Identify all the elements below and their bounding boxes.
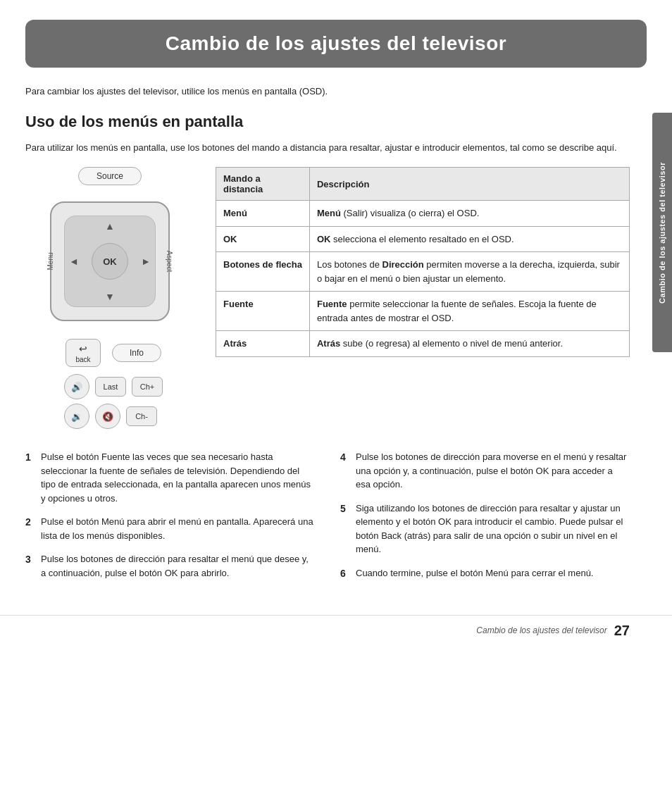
footer: Cambio de los ajustes del televisor 27 [0, 615, 672, 646]
step-item: 5Siga utilizando los botones de direcció… [340, 502, 630, 556]
table-cell-desc: OK selecciona el elemento resaltado en e… [309, 226, 629, 252]
table-cell-desc: Atrás sube (o regresa) al elemento o niv… [309, 331, 629, 357]
step-text: Cuando termine, pulse el botón Menú para… [356, 566, 593, 581]
last-btn[interactable]: Last [95, 377, 126, 397]
aspect-label: Aspect [166, 251, 173, 273]
section-desc: Para utilizar los menús en pantalla, use… [25, 141, 630, 155]
mute-btn[interactable]: 🔇 [95, 404, 120, 429]
sidebar-tab-label: Cambio de los ajustes del televisor [658, 162, 666, 304]
steps-section: 1Pulse el botón Fuente las veces que sea… [25, 450, 630, 591]
step-text: Pulse el botón Menú para abrir el menú e… [41, 515, 315, 542]
table-cell-key: Menú [216, 201, 310, 227]
vol-down-btn[interactable]: 🔉 [64, 404, 89, 429]
steps-col-left: 1Pulse el botón Fuente las veces que sea… [25, 450, 315, 591]
two-col-layout: Source Menu Aspect ▲ ▼ ◄ ► OK ↩ [25, 167, 630, 433]
back-arrow-icon: ↩ [79, 343, 87, 354]
step-number: 3 [25, 552, 35, 580]
arrow-left[interactable]: ◄ [69, 256, 79, 267]
vol-down-icon: 🔉 [71, 411, 82, 422]
header-bar: Cambio de los ajustes del televisor [25, 20, 647, 68]
col2-header: Descripción [309, 168, 629, 201]
table-cell-desc: Menú (Salir) visualiza (o cierra) el OSD… [309, 201, 629, 227]
btn-row-2: 🔉 🔇 Ch- [64, 404, 163, 429]
table-cell-desc: Fuente permite seleccionar la fuente de … [309, 292, 629, 331]
table-cell-key: OK [216, 226, 310, 252]
step-item: 6Cuando termine, pulse el botón Menú par… [340, 566, 630, 581]
step-number: 5 [340, 502, 350, 556]
step-item: 4Pulse los botones de dirección para mov… [340, 450, 630, 492]
table-cell-key: Botones de flecha [216, 252, 310, 292]
dpad-inner: ▲ ▼ ◄ ► OK [64, 216, 156, 307]
back-label: back [75, 356, 90, 363]
step-number: 6 [340, 566, 350, 581]
mute-icon: 🔇 [102, 411, 113, 422]
table-header-row: Mando a distancia Descripción [216, 168, 630, 201]
main-content: Para cambiar los ajustes del televisor, … [0, 68, 672, 608]
footer-page: 27 [614, 623, 630, 639]
arrow-down[interactable]: ▼ [105, 291, 115, 302]
steps-col-right: 4Pulse los botones de dirección para mov… [340, 450, 630, 591]
table-row: AtrásAtrás sube (o regresa) al elemento … [216, 331, 630, 357]
arrow-up[interactable]: ▲ [105, 220, 115, 232]
step-number: 1 [25, 450, 35, 505]
table-row: FuenteFuente permite seleccionar la fuen… [216, 292, 630, 331]
ch-minus-btn[interactable]: Ch- [126, 406, 157, 426]
source-button[interactable]: Source [78, 167, 142, 185]
table-row: MenúMenú (Salir) visualiza (o cierra) el… [216, 201, 630, 227]
intro-text: Para cambiar los ajustes del televisor, … [25, 85, 630, 99]
btn-row-1: 🔊 Last Ch+ [64, 374, 163, 399]
info-button[interactable]: Info [112, 344, 161, 362]
step-item: 1Pulse el botón Fuente las veces que sea… [25, 450, 315, 505]
step-text: Pulse los botones de dirección para move… [356, 450, 630, 492]
sidebar-tab: Cambio de los ajustes del televisor [652, 113, 672, 352]
table-cell-desc: Los botones de Dirección permiten movers… [309, 252, 629, 292]
footer-text: Cambio de los ajustes del televisor [476, 625, 606, 635]
step-item: 3Pulse los botones de dirección para res… [25, 552, 315, 580]
remote-illustration: Source Menu Aspect ▲ ▼ ◄ ► OK ↩ [25, 167, 194, 433]
table-cell-key: Atrás [216, 331, 310, 357]
table-cell-key: Fuente [216, 292, 310, 331]
ok-button[interactable]: OK [92, 243, 128, 280]
back-info-row: ↩ back Info [58, 339, 161, 367]
step-text: Pulse el botón Fuente las veces que sea … [41, 450, 315, 505]
step-text: Pulse los botones de dirección para resa… [41, 552, 315, 580]
table-row: OKOK selecciona el elemento resaltado en… [216, 226, 630, 252]
ch-plus-btn[interactable]: Ch+ [132, 377, 163, 397]
page-title: Cambio de los ajustes del televisor [39, 32, 633, 55]
menu-label: Menu [46, 252, 54, 270]
info-table: Mando a distancia Descripción MenúMenú (… [216, 167, 630, 357]
dpad-wrapper: Menu Aspect ▲ ▼ ◄ ► OK [39, 191, 180, 332]
bottom-buttons: 🔊 Last Ch+ 🔉 🔇 Ch- [57, 374, 163, 433]
arrow-right[interactable]: ► [141, 256, 151, 267]
step-number: 4 [340, 450, 350, 492]
vol-up-icon: 🔊 [71, 382, 82, 392]
table-row: Botones de flechaLos botones de Direcció… [216, 252, 630, 292]
section-title: Uso de los menús en pantalla [25, 113, 630, 131]
col1-header: Mando a distancia [216, 168, 310, 201]
step-number: 2 [25, 515, 35, 542]
vol-up-btn[interactable]: 🔊 [64, 374, 89, 399]
step-text: Siga utilizando los botones de dirección… [356, 502, 630, 556]
back-button[interactable]: ↩ back [66, 339, 101, 367]
step-item: 2Pulse el botón Menú para abrir el menú … [25, 515, 315, 542]
